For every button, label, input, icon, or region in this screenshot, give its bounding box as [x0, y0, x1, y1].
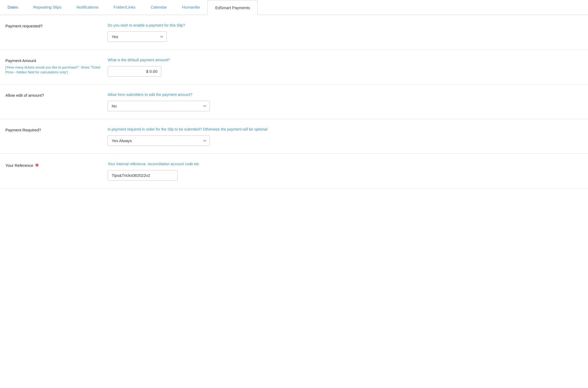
field-sublabel-payment-amount: ['How many tickets would you like to pur… [5, 65, 102, 75]
control-col-payment-requested: Do you wish to enable a payment for this… [108, 23, 583, 42]
tab-folder-links[interactable]: Folder/Links [106, 0, 143, 15]
form-row-your-reference: Your Reference✱Your internal reference, … [0, 154, 588, 188]
tab-calendar[interactable]: Calendar [143, 0, 175, 15]
required-star-your-reference: ✱ [35, 162, 39, 168]
select-payment-requested[interactable]: YesNo [108, 31, 167, 42]
select-payment-required[interactable]: Yes AlwaysNoYes Sometimes [108, 135, 210, 146]
field-label-payment-requested: Payment requested? [5, 24, 102, 28]
form-row-payment-required: Payment Required?Is payment required in … [0, 119, 588, 154]
amount-input-payment-amount[interactable] [108, 66, 161, 77]
form-row-allow-edit-amount: Allow edit of amount?Allow form submitte… [0, 84, 588, 119]
label-col-allow-edit-amount: Allow edit of amount? [5, 92, 108, 98]
field-label-allow-edit-amount: Allow edit of amount? [5, 93, 102, 98]
tabs-nav: DatesRepeating SlipsNotificationsFolder/… [0, 0, 588, 15]
form-row-payment-amount: Payment Amount['How many tickets would y… [0, 50, 588, 84]
label-col-payment-required: Payment Required? [5, 127, 108, 132]
tab-edsmart-payments[interactable]: EdSmart Payments [207, 0, 258, 15]
field-description-payment-requested: Do you wish to enable a payment for this… [108, 23, 583, 28]
label-col-your-reference: Your Reference✱ [5, 161, 108, 168]
text-input-your-reference[interactable] [108, 170, 178, 181]
field-label-payment-amount: Payment Amount [5, 58, 102, 63]
tab-repeating-slips[interactable]: Repeating Slips [26, 0, 69, 15]
field-description-payment-amount: What is the default payment amount? [108, 57, 583, 63]
select-allow-edit-amount[interactable]: NoYes [108, 101, 210, 111]
field-label-your-reference: Your Reference [5, 163, 33, 168]
control-col-payment-required: Is payment required in order for the Sli… [108, 127, 583, 146]
tab-dates[interactable]: Dates [0, 0, 26, 15]
field-description-payment-required: Is payment required in order for the Sli… [108, 127, 583, 132]
field-description-allow-edit-amount: Allow form submitters to edit the paymen… [108, 92, 583, 98]
label-col-payment-amount: Payment Amount['How many tickets would y… [5, 57, 108, 75]
tab-notifications[interactable]: Notifications [69, 0, 106, 15]
form-row-payment-requested: Payment requested?Do you wish to enable … [0, 15, 588, 50]
field-description-your-reference: Your internal reference, reconciliation … [108, 161, 583, 167]
control-col-your-reference: Your internal reference, reconciliation … [108, 161, 583, 181]
tab-humanitix[interactable]: Humanitix [175, 0, 208, 15]
control-col-allow-edit-amount: Allow form submitters to edit the paymen… [108, 92, 583, 111]
label-col-payment-requested: Payment requested? [5, 23, 108, 28]
content-area: Payment requested?Do you wish to enable … [0, 15, 588, 188]
control-col-payment-amount: What is the default payment amount? [108, 57, 583, 77]
field-label-payment-required: Payment Required? [5, 128, 102, 132]
